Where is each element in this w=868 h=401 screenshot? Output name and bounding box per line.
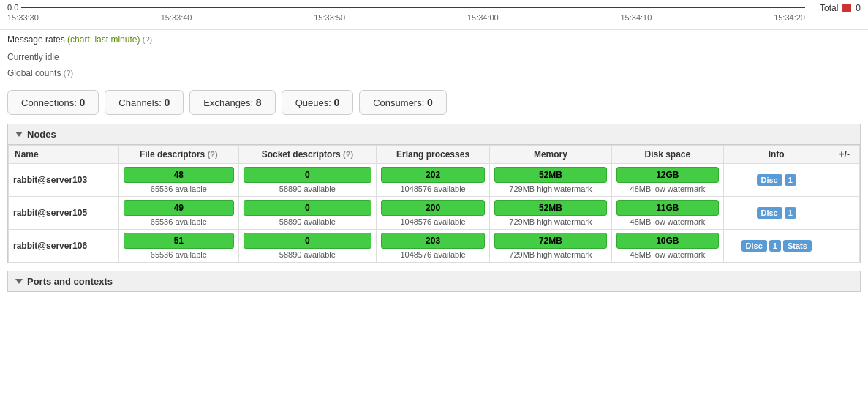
badge-stats-2[interactable]: Stats (783, 240, 812, 252)
info-badges-0: Disc 1 (728, 174, 825, 186)
file-desc-bar-0: 48 (124, 167, 234, 183)
badge-disc-2[interactable]: Disc (741, 240, 767, 252)
badge-num-0[interactable]: 1 (785, 174, 796, 186)
col-erlang-proc: Erlang processes (377, 146, 490, 164)
action-cell-2 (829, 230, 860, 263)
exchanges-value: 8 (256, 97, 262, 108)
channels-label: Channels: (118, 97, 162, 108)
time-2: 15:33:50 (314, 13, 345, 22)
socket-desc-avail-2: 58890 available (244, 250, 371, 259)
memory-watermark-1: 729MB high watermark (494, 217, 607, 226)
message-rates-chart-link[interactable]: (chart: last minute) (67, 34, 143, 45)
file-desc-cell-1: 49 65536 available (118, 197, 238, 230)
erlang-proc-avail-0: 1048576 available (381, 184, 485, 193)
ports-title-bar: Ports and contexts (8, 271, 860, 291)
badge-disc-0[interactable]: Disc (757, 174, 782, 186)
chart-zero-label: 0.0 (7, 3, 18, 12)
consumers-value: 0 (427, 97, 433, 108)
erlang-proc-cell-0: 202 1048576 available (377, 164, 490, 197)
node-name-2: rabbit@server106 (9, 230, 119, 263)
stats-bar: Connections: 0 Channels: 0 Exchanges: 8 … (0, 84, 868, 124)
global-counts-question: (?) (64, 69, 73, 78)
message-rates-label: Message rates (7, 34, 65, 45)
file-desc-cell-0: 48 65536 available (118, 164, 238, 197)
node-name-0: rabbit@server103 (9, 164, 119, 197)
socket-desc-cell-0: 0 58890 available (238, 164, 376, 197)
disk-bar-2: 10GB (616, 233, 719, 249)
ports-collapse-icon[interactable] (15, 279, 23, 284)
total-value: 0 (856, 3, 861, 13)
info-cell-1: Disc 1 (723, 197, 829, 230)
badge-disc-1[interactable]: Disc (757, 207, 782, 219)
file-desc-avail-1: 65536 available (124, 217, 234, 226)
consumers-label: Consumers: (373, 97, 424, 108)
file-desc-bar-1: 49 (124, 200, 234, 216)
chart-info: (chart: last minute) (67, 34, 140, 45)
time-0: 15:33:30 (7, 13, 39, 22)
info-badges-2: Disc 1 Stats (728, 240, 825, 252)
socket-desc-bar-1: 0 (244, 200, 371, 216)
nodes-table: Name File descriptors (?) Socket descrip… (8, 145, 860, 263)
disk-cell-1: 11GB 48MB low watermark (611, 197, 723, 230)
socket-desc-avail-0: 58890 available (244, 184, 371, 193)
col-memory: Memory (489, 146, 611, 164)
col-plus-minus[interactable]: +/- (829, 146, 860, 164)
exchanges-box: Exchanges: 8 (189, 90, 275, 115)
memory-watermark-0: 729MB high watermark (494, 184, 607, 193)
table-row: rabbit@server103 48 65536 available 0 58… (9, 164, 860, 197)
connections-label: Connections: (21, 97, 77, 108)
nodes-title: Nodes (27, 129, 56, 140)
currently-idle: Currently idle (0, 49, 868, 65)
time-1: 15:33:40 (161, 13, 192, 22)
col-name: Name (9, 146, 119, 164)
idle-text: Currently idle (7, 52, 59, 62)
socket-desc-cell-1: 0 58890 available (238, 197, 376, 230)
file-desc-bar-2: 51 (124, 233, 234, 249)
queues-box: Queues: 0 (282, 90, 354, 115)
col-disk-space: Disk space (611, 146, 723, 164)
socket-desc-avail-1: 58890 available (244, 217, 371, 226)
disk-cell-0: 12GB 48MB low watermark (611, 164, 723, 197)
memory-bar-2: 72MB (494, 233, 607, 249)
consumers-box: Consumers: 0 (359, 90, 447, 115)
socket-desc-cell-2: 0 58890 available (238, 230, 376, 263)
action-cell-1 (829, 197, 860, 230)
erlang-proc-cell-2: 203 1048576 available (377, 230, 490, 263)
erlang-proc-bar-1: 200 (381, 200, 485, 216)
memory-cell-2: 72MB 729MB high watermark (489, 230, 611, 263)
memory-bar-1: 52MB (494, 200, 607, 216)
erlang-proc-bar-0: 202 (381, 167, 485, 183)
memory-cell-0: 52MB 729MB high watermark (489, 164, 611, 197)
table-row: rabbit@server105 49 65536 available 0 58… (9, 197, 860, 230)
socket-desc-bar-2: 0 (244, 233, 371, 249)
file-desc-avail-0: 65536 available (124, 184, 234, 193)
queues-label: Queues: (295, 97, 331, 108)
exchanges-label: Exchanges: (203, 97, 253, 108)
message-rates-question: (?) (143, 35, 152, 44)
info-badges-1: Disc 1 (728, 207, 825, 219)
disk-watermark-2: 48MB low watermark (616, 250, 719, 259)
disk-bar-1: 11GB (616, 200, 719, 216)
memory-cell-1: 52MB 729MB high watermark (489, 197, 611, 230)
file-desc-cell-2: 51 65536 available (118, 230, 238, 263)
erlang-proc-avail-2: 1048576 available (381, 250, 485, 259)
file-desc-avail-2: 65536 available (124, 250, 234, 259)
badge-num-1[interactable]: 1 (785, 207, 796, 219)
nodes-collapse-icon[interactable] (15, 132, 23, 137)
disk-watermark-1: 48MB low watermark (616, 217, 719, 226)
node-name-1: rabbit@server105 (9, 197, 119, 230)
info-cell-2: Disc 1 Stats (723, 230, 829, 263)
disk-bar-0: 12GB (616, 167, 719, 183)
col-info: Info (723, 146, 829, 164)
erlang-proc-avail-1: 1048576 available (381, 217, 485, 226)
connections-value: 0 (80, 97, 86, 108)
channels-box: Channels: 0 (105, 90, 184, 115)
col-socket-desc: Socket descriptors (?) (238, 146, 376, 164)
badge-num-2[interactable]: 1 (769, 240, 781, 252)
ports-section: Ports and contexts (7, 271, 861, 292)
time-5: 15:34:20 (774, 13, 805, 22)
time-4: 15:34:10 (621, 13, 652, 22)
ports-title: Ports and contexts (27, 276, 113, 287)
total-label: Total (820, 3, 838, 13)
socket-desc-bar-0: 0 (244, 167, 371, 183)
